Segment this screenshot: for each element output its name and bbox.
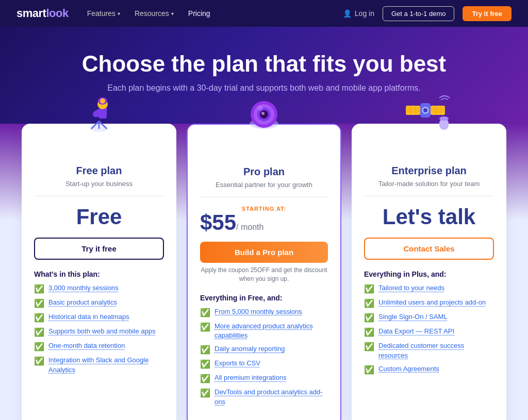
svg-point-32	[439, 116, 449, 121]
feature-text[interactable]: Tailored to your needs	[378, 283, 444, 293]
feature-text[interactable]: Supports both web and mobile apps	[48, 327, 155, 336]
feature-text[interactable]: Basic product analytics	[48, 298, 117, 307]
list-item: ✅ DevTools and product analytics add-ons	[200, 388, 328, 406]
feature-text[interactable]: Unlimited users and projects add-on	[378, 298, 486, 307]
check-icon: ✅	[200, 359, 210, 369]
chevron-down-icon: ▾	[171, 11, 174, 16]
enterprise-illustration	[403, 88, 455, 134]
free-illustration	[73, 88, 125, 134]
list-item: ✅ Unlimited users and projects add-on	[364, 298, 494, 308]
try-free-nav-button[interactable]: Try it free	[463, 6, 512, 21]
list-item: ✅ 3,000 monthly sessions	[34, 283, 164, 294]
check-icon: ✅	[200, 374, 210, 383]
feature-text[interactable]: Custom Agreements	[378, 364, 439, 374]
logo: smartlook	[16, 7, 69, 20]
feature-text[interactable]: All premium integrations	[214, 373, 286, 382]
list-item: ✅ Daily anomaly reporting	[200, 344, 328, 355]
list-item: ✅ Supports both web and mobile apps	[34, 327, 164, 337]
check-icon: ✅	[364, 284, 374, 294]
pro-price-period: / month	[236, 223, 263, 231]
hero-title: Choose the plan that fits you best	[10, 52, 518, 76]
free-plan-card: Free plan Start-up your business Free Tr…	[22, 124, 176, 420]
user-icon: 👤	[343, 9, 352, 18]
feature-text[interactable]: 3,000 monthly sessions	[48, 283, 119, 293]
feature-text[interactable]: Data Export — REST API	[378, 327, 454, 336]
free-plan-cta[interactable]: Try it free	[34, 238, 164, 260]
check-icon: ✅	[34, 298, 44, 308]
svg-point-14	[261, 112, 265, 115]
enterprise-plan-card: Enterprise plan Tailor-made solution for…	[352, 124, 506, 420]
enterprise-features-title: Everything in Plus, and:	[364, 270, 494, 278]
navbar: smartlook Features ▾ Resources ▾ Pricing…	[0, 0, 528, 27]
feature-text[interactable]: One-month data retention	[48, 341, 125, 350]
svg-rect-16	[406, 106, 420, 115]
demo-button[interactable]: Get a 1-to-1 demo	[383, 6, 455, 21]
pro-price: $55	[200, 210, 236, 234]
pro-features-title: Everything in Free, and:	[200, 294, 328, 302]
pro-price-wrap: $55/ month	[200, 212, 328, 233]
feature-text[interactable]: From 5,000 monthly sessions	[214, 307, 302, 316]
pro-plan-tagline: Essential partner for your growth	[200, 181, 328, 189]
list-item: ✅ Custom Agreements	[364, 364, 494, 375]
check-icon: ✅	[34, 327, 44, 337]
list-item: ✅ Exports to CSV	[200, 359, 328, 369]
pro-plan-card: Pro plan Essential partner for your grow…	[187, 124, 341, 420]
list-item: ✅ All premium integrations	[200, 373, 328, 383]
enterprise-plan-cta[interactable]: Contact Sales	[364, 238, 494, 260]
check-icon: ✅	[200, 308, 210, 317]
cards-wrapper: Free plan Start-up your business Free Tr…	[21, 124, 507, 420]
svg-rect-6	[98, 109, 107, 119]
list-item: ✅ Integration with Slack and Google Anal…	[34, 356, 164, 374]
check-icon: ✅	[34, 284, 44, 294]
feature-text[interactable]: Daily anomaly reporting	[214, 344, 285, 354]
check-icon: ✅	[200, 388, 210, 398]
check-icon: ✅	[34, 342, 44, 351]
list-item: ✅ One-month data retention	[34, 341, 164, 351]
feature-text[interactable]: DevTools and product analytics add-ons	[214, 388, 328, 406]
list-item: ✅ From 5,000 monthly sessions	[200, 307, 328, 317]
pricing-cards-section: Free plan Start-up your business Free Tr…	[0, 124, 528, 420]
list-item: ✅ Basic product analytics	[34, 298, 164, 308]
nav-pricing[interactable]: Pricing	[188, 9, 210, 18]
free-features-title: What's in this plan:	[34, 270, 164, 278]
feature-text[interactable]: Exports to CSV	[214, 359, 260, 368]
check-icon: ✅	[364, 298, 374, 308]
pro-illustration	[238, 89, 290, 135]
enterprise-plan-price: Let's talk	[364, 205, 494, 229]
check-icon: ✅	[34, 356, 44, 366]
check-icon: ✅	[364, 365, 374, 375]
feature-text[interactable]: More advanced product analytics capabili…	[214, 322, 328, 340]
nav-features[interactable]: Features ▾	[87, 9, 120, 18]
pro-plan-name: Pro plan	[200, 166, 328, 178]
list-item: ✅ More advanced product analytics capabi…	[200, 322, 328, 340]
coupon-text: Apply the coupon 25OFF and get the disco…	[200, 266, 328, 283]
svg-rect-25	[431, 106, 445, 115]
enterprise-plan-tagline: Tailor-made solution for your team	[364, 180, 494, 188]
list-item: ✅ Dedicated customer success resources	[364, 341, 494, 360]
pro-plan-cta[interactable]: Build a Pro plan	[200, 242, 328, 263]
feature-text[interactable]: Historical data in heatmaps	[48, 312, 129, 322]
free-plan-name: Free plan	[34, 165, 164, 177]
feature-text[interactable]: Integration with Slack and Google Analyt…	[48, 356, 164, 374]
check-icon: ✅	[34, 313, 44, 323]
nav-actions: 👤 Log in Get a 1-to-1 demo Try it free	[343, 6, 512, 21]
list-item: ✅ Historical data in heatmaps	[34, 312, 164, 323]
feature-text[interactable]: Dedicated customer success resources	[378, 341, 494, 360]
list-item: ✅ Single Sign-On / SAML	[364, 312, 494, 323]
free-plan-tagline: Start-up your business	[34, 180, 164, 188]
nav-resources[interactable]: Resources ▾	[135, 9, 174, 18]
svg-point-8	[100, 98, 105, 104]
nav-links: Features ▾ Resources ▾ Pricing	[87, 9, 343, 18]
check-icon: ✅	[364, 342, 374, 351]
feature-text[interactable]: Single Sign-On / SAML	[378, 312, 448, 322]
check-icon: ✅	[200, 322, 210, 332]
enterprise-plan-name: Enterprise plan	[364, 165, 494, 177]
check-icon: ✅	[364, 313, 374, 323]
check-icon: ✅	[200, 345, 210, 355]
svg-point-24	[423, 108, 427, 112]
login-button[interactable]: 👤 Log in	[343, 9, 374, 18]
list-item: ✅ Tailored to your needs	[364, 283, 494, 294]
check-icon: ✅	[364, 327, 374, 337]
chevron-down-icon: ▾	[118, 11, 120, 16]
free-plan-price: Free	[34, 205, 164, 229]
